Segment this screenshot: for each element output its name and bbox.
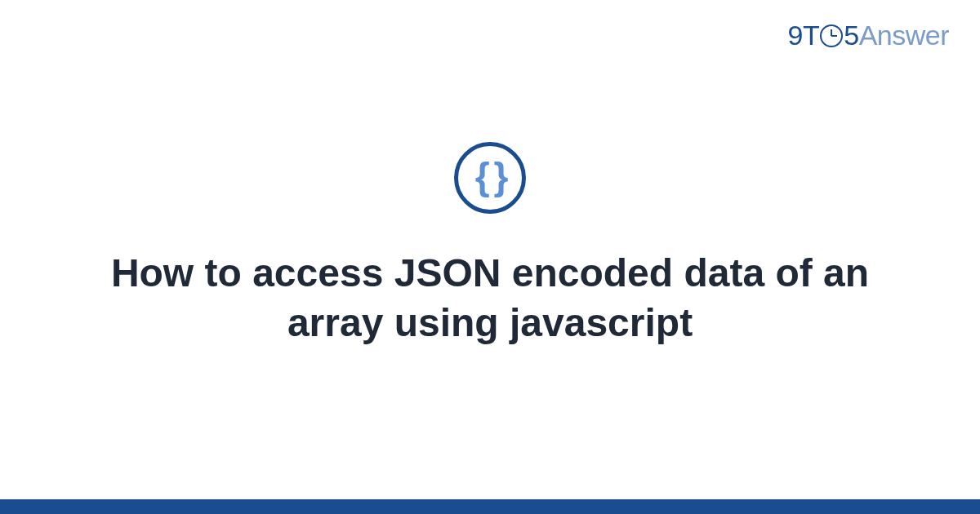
json-braces-icon: { } (454, 142, 526, 214)
footer-accent-bar (0, 499, 980, 514)
main-content: { } How to access JSON encoded data of a… (0, 0, 980, 514)
braces-glyph: { } (475, 157, 506, 195)
page-title: How to access JSON encoded data of an ar… (82, 248, 898, 348)
